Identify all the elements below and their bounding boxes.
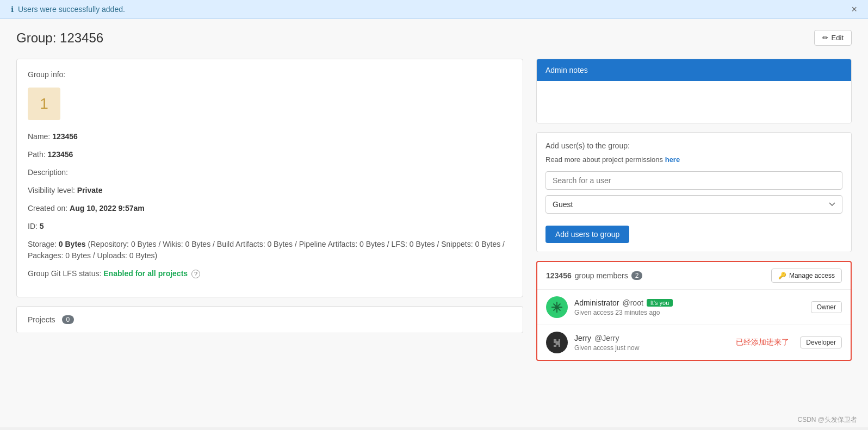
path-row: Path: 123456 [28, 149, 512, 160]
main-layout: Group info: 1 Name: 123456 Path: 123456 … [16, 59, 852, 361]
permissions-label: Read more about project permissions [545, 155, 663, 164]
group-info-card: Group info: 1 Name: 123456 Path: 123456 … [16, 59, 523, 297]
members-count: 2 [631, 271, 643, 280]
left-panel: Group info: 1 Name: 123456 Path: 123456 … [16, 59, 523, 333]
edit-label: Edit [832, 34, 844, 42]
role-select[interactable]: Guest Reporter Developer Maintainer Owne… [545, 195, 842, 214]
created-row: Created on: Aug 10, 2022 9:57am [28, 203, 512, 214]
admin-notes-header: Admin notes [537, 59, 851, 81]
name-row: Name: 123456 [28, 131, 512, 142]
description-row: Description: [28, 167, 512, 178]
group-info-label: Group info: [28, 70, 512, 79]
avatar [546, 332, 568, 353]
members-title: 123456 group members 2 [546, 271, 642, 280]
group-name-label: 123456 [546, 271, 572, 280]
created-label: Created on: [28, 204, 67, 213]
svg-point-1 [555, 306, 559, 309]
page-container: Group: 123456 Edit Group info: 1 Name: 1… [0, 19, 868, 427]
added-note: 已经添加进来了 [736, 338, 789, 347]
member-role-badge: Developer [800, 336, 842, 348]
name-label: Name: [28, 132, 50, 141]
id-label: ID: [28, 222, 38, 230]
notification-bar: Users were successfully added. × [0, 0, 868, 19]
manage-access-button[interactable]: Manage access [771, 269, 842, 283]
projects-card: Projects 0 [16, 306, 523, 333]
visibility-value: Private [77, 186, 103, 195]
add-users-button[interactable]: Add users to group [545, 226, 629, 243]
edit-button[interactable]: Edit [814, 30, 852, 46]
member-display-name: Jerry [574, 334, 591, 342]
its-you-badge: It's you [647, 299, 673, 307]
storage-value: 0 Bytes [59, 240, 86, 248]
group-avatar: 1 [28, 88, 60, 120]
member-display-name: Administrator [574, 298, 619, 307]
search-input[interactable] [545, 171, 842, 190]
lfs-value: Enabled for all projects [103, 269, 188, 278]
section-suffix: group members [575, 271, 628, 280]
member-name: Jerry @Jerry [574, 334, 729, 342]
member-row: Jerry @Jerry Given access just now 已经添加进… [537, 325, 851, 360]
admin-notes-card: Admin notes [536, 59, 852, 123]
manage-access-label: Manage access [789, 272, 835, 279]
storage-row: Storage: 0 Bytes (Repository: 0 Bytes / … [28, 239, 512, 261]
path-value: 123456 [48, 150, 73, 159]
pencil-icon [822, 34, 828, 42]
members-header: 123456 group members 2 Manage access [537, 262, 851, 290]
member-role-badge: Owner [811, 301, 842, 313]
created-value: Aug 10, 2022 9:57am [70, 204, 145, 213]
id-row: ID: 5 [28, 221, 512, 232]
watermark: CSDN @头发保卫者 [797, 415, 857, 425]
admin-notes-textarea[interactable] [545, 88, 842, 115]
storage-label: Storage: [28, 240, 57, 248]
avatar [546, 296, 568, 318]
member-access-time: Given access 23 minutes ago [574, 309, 804, 316]
member-info: Jerry @Jerry Given access just now [574, 334, 729, 352]
right-panel: Admin notes Add user(s) to the group: Re… [536, 59, 852, 361]
member-row: Administrator @root It's you Given acces… [537, 290, 851, 325]
description-label: Description: [28, 168, 68, 177]
projects-label: Projects [28, 315, 55, 324]
path-label: Path: [28, 150, 46, 159]
member-username: @Jerry [594, 334, 619, 342]
page-header: Group: 123456 Edit [16, 30, 852, 46]
add-users-title: Add user(s) to the group: [545, 141, 842, 150]
notification-text: Users were successfully added. [18, 5, 125, 14]
info-icon [11, 5, 14, 14]
member-name: Administrator @root It's you [574, 298, 804, 307]
members-section: 123456 group members 2 Manage access [536, 261, 852, 361]
notification-close-button[interactable]: × [851, 4, 857, 14]
id-value: 5 [40, 222, 44, 230]
permissions-text: Read more about project permissions here [545, 155, 842, 164]
key-icon [778, 272, 786, 279]
member-info: Administrator @root It's you Given acces… [574, 298, 804, 316]
member-username: @root [622, 298, 643, 307]
visibility-label: Visibility level: [28, 186, 75, 195]
lfs-row: Group Git LFS status: Enabled for all pr… [28, 268, 512, 279]
help-icon[interactable]: ? [191, 270, 200, 278]
projects-count: 0 [62, 315, 75, 324]
storage-detail: (Repository: 0 Bytes / Wikis: 0 Bytes / … [28, 240, 505, 260]
admin-notes-body[interactable] [537, 81, 851, 123]
lfs-label: Group Git LFS status: [28, 269, 101, 278]
permissions-link[interactable]: here [665, 155, 680, 164]
page-title: Group: 123456 [16, 30, 103, 46]
member-access-time: Given access just now [574, 344, 729, 352]
visibility-row: Visibility level: Private [28, 185, 512, 196]
name-value: 123456 [52, 132, 78, 141]
add-users-card: Add user(s) to the group: Read more abou… [536, 132, 852, 252]
